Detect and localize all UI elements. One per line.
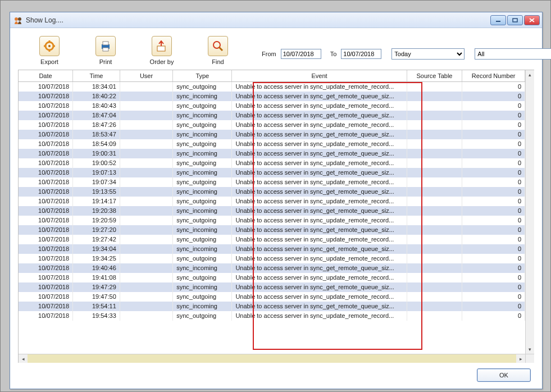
cell-event: Unable to access server in sync_get_remo… <box>232 130 407 139</box>
table-row[interactable]: 10/07/201819:54:11sync_incomingUnable to… <box>19 302 525 311</box>
from-date-input[interactable] <box>281 49 321 59</box>
cell-date: 10/07/2018 <box>19 263 73 273</box>
table-row[interactable]: 10/07/201819:14:17sync_outgoingUnable to… <box>19 197 525 206</box>
close-button[interactable] <box>524 15 540 25</box>
cell-date: 10/07/2018 <box>19 254 73 263</box>
cell-time: 19:41:08 <box>73 273 120 282</box>
cell-user <box>120 92 172 101</box>
cell-time: 19:20:59 <box>73 216 120 225</box>
table-row[interactable]: 10/07/201819:40:46sync_incomingUnable to… <box>19 263 525 273</box>
cell-user <box>120 254 172 263</box>
svg-rect-3 <box>513 19 517 22</box>
col-header-date[interactable]: Date <box>19 70 73 82</box>
cell-user <box>120 263 172 273</box>
export-label: Export <box>40 58 58 65</box>
cell-src <box>407 216 462 225</box>
print-button[interactable]: Print <box>88 36 124 65</box>
cell-date: 10/07/2018 <box>19 82 73 92</box>
cell-src <box>407 130 462 139</box>
cell-date: 10/07/2018 <box>19 149 73 158</box>
col-header-source[interactable]: Source Table <box>407 70 462 82</box>
cell-user <box>120 197 172 206</box>
table-row[interactable]: 10/07/201819:27:42sync_outgoingUnable to… <box>19 235 525 244</box>
toolbar: Export Print Order by <box>18 34 534 70</box>
cell-date: 10/07/2018 <box>19 244 73 254</box>
cell-time: 18:53:47 <box>73 130 120 139</box>
log-type-select[interactable]: All <box>475 48 551 60</box>
cell-src <box>407 82 462 92</box>
cell-time: 18:47:04 <box>73 111 120 120</box>
table-row[interactable]: 10/07/201819:47:50sync_outgoingUnable to… <box>19 292 525 302</box>
table-row[interactable]: 10/07/201818:53:47sync_incomingUnable to… <box>19 130 525 139</box>
table-row[interactable]: 10/07/201819:07:34sync_outgoingUnable to… <box>19 177 525 187</box>
cell-src <box>407 244 462 254</box>
cell-src <box>407 273 462 282</box>
cell-type: sync_outgoing <box>173 158 232 168</box>
cell-date: 10/07/2018 <box>19 216 73 225</box>
find-button[interactable]: Find <box>200 36 236 65</box>
cell-time: 19:07:13 <box>73 168 120 177</box>
date-range-select[interactable]: Today <box>391 48 465 60</box>
cell-user <box>120 130 172 139</box>
cell-user <box>120 111 172 120</box>
table-row[interactable]: 10/07/201819:13:55sync_incomingUnable to… <box>19 187 525 197</box>
col-header-type[interactable]: Type <box>173 70 232 82</box>
cell-rec: 0 <box>462 139 525 149</box>
table-row[interactable]: 10/07/201819:34:25sync_outgoingUnable to… <box>19 254 525 263</box>
cell-event: Unable to access server in sync_get_remo… <box>232 282 407 292</box>
to-label: To <box>330 51 337 57</box>
sort-icon <box>152 36 172 56</box>
cell-rec: 0 <box>462 273 525 282</box>
table-row[interactable]: 10/07/201819:41:08sync_outgoingUnable to… <box>19 273 525 282</box>
table-row[interactable]: 10/07/201819:00:52sync_outgoingUnable to… <box>19 158 525 168</box>
col-header-user[interactable]: User <box>120 70 172 82</box>
table-row[interactable]: 10/07/201819:27:20sync_incomingUnable to… <box>19 225 525 235</box>
table-row[interactable]: 10/07/201819:54:33sync_outgoingUnable to… <box>19 311 525 321</box>
horizontal-scrollbar[interactable]: ◂ ▸ <box>19 354 534 363</box>
ok-button[interactable]: OK <box>477 368 531 382</box>
cell-event: Unable to access server in sync_get_remo… <box>232 244 407 254</box>
cell-type: sync_outgoing <box>173 216 232 225</box>
cell-event: Unable to access server in sync_update_r… <box>232 254 407 263</box>
to-date-input[interactable] <box>341 49 381 59</box>
background-frame: Show Log.... <box>0 0 551 392</box>
minimize-button[interactable] <box>490 15 506 25</box>
title-bar[interactable]: Show Log.... <box>10 12 542 28</box>
cell-src <box>407 139 462 149</box>
cell-src <box>407 187 462 197</box>
table-row[interactable]: 10/07/201818:40:43sync_outgoingUnable to… <box>19 101 525 111</box>
col-header-record[interactable]: Record Number <box>462 70 525 82</box>
col-header-time[interactable]: Time <box>73 70 120 82</box>
table-row[interactable]: 10/07/201818:54:09sync_outgoingUnable to… <box>19 139 525 149</box>
vertical-scrollbar[interactable]: ▴ ▾ <box>525 70 534 354</box>
orderby-button[interactable]: Order by <box>144 36 180 65</box>
scroll-down-button[interactable]: ▾ <box>526 345 534 354</box>
svg-line-15 <box>219 47 222 51</box>
export-button[interactable]: Export <box>31 36 67 65</box>
table-row[interactable]: 10/07/201819:34:04sync_incomingUnable to… <box>19 244 525 254</box>
table-row[interactable]: 10/07/201818:47:26sync_outgoingUnable to… <box>19 120 525 130</box>
table-row[interactable]: 10/07/201819:07:13sync_incomingUnable to… <box>19 168 525 177</box>
filter-row: From To Today All <box>256 36 551 60</box>
cell-date: 10/07/2018 <box>19 235 73 244</box>
scroll-right-button[interactable]: ▸ <box>516 354 525 363</box>
table-row[interactable]: 10/07/201818:40:22sync_incomingUnable to… <box>19 92 525 101</box>
table-row[interactable]: 10/07/201819:20:38sync_incomingUnable to… <box>19 206 525 216</box>
table-row[interactable]: 10/07/201819:47:29sync_incomingUnable to… <box>19 282 525 292</box>
cell-user <box>120 282 172 292</box>
cell-time: 19:00:31 <box>73 149 120 158</box>
cell-event: Unable to access server in sync_update_r… <box>232 216 407 225</box>
cell-event: Unable to access server in sync_update_r… <box>232 235 407 244</box>
cell-event: Unable to access server in sync_update_r… <box>232 292 407 302</box>
table-row[interactable]: 10/07/201818:34:01sync_outgoingUnable to… <box>19 82 525 92</box>
cell-type: sync_incoming <box>173 302 232 311</box>
col-header-event[interactable]: Event <box>232 70 407 82</box>
table-row[interactable]: 10/07/201818:47:04sync_incomingUnable to… <box>19 111 525 120</box>
scroll-left-button[interactable]: ◂ <box>19 354 28 363</box>
cell-user <box>120 292 172 302</box>
maximize-button[interactable] <box>507 15 523 25</box>
scroll-up-button[interactable]: ▴ <box>526 70 534 79</box>
magnifier-icon <box>208 36 228 56</box>
table-row[interactable]: 10/07/201819:20:59sync_outgoingUnable to… <box>19 216 525 225</box>
table-row[interactable]: 10/07/201819:00:31sync_incomingUnable to… <box>19 149 525 158</box>
